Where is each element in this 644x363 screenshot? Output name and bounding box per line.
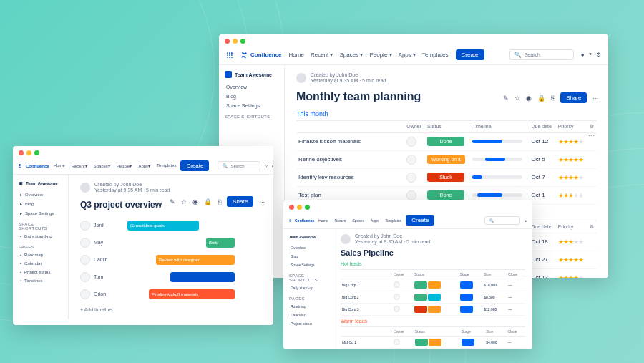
priority-cell[interactable]: ★★★★★ bbox=[556, 186, 587, 204]
status-pill[interactable]: Done bbox=[427, 137, 464, 146]
confluence-logo[interactable]: ⠿ Confluence bbox=[289, 218, 314, 223]
settings-icon[interactable]: ⚙ bbox=[596, 52, 601, 58]
status-chip[interactable] bbox=[414, 281, 427, 289]
nav-spaces[interactable]: Spaces ▾ bbox=[340, 52, 364, 58]
size-cell[interactable]: $12,000 bbox=[482, 303, 507, 315]
close-icon[interactable] bbox=[225, 39, 230, 44]
stage-chip[interactable] bbox=[460, 281, 473, 289]
watch-icon[interactable]: ◉ bbox=[192, 198, 198, 205]
table-row[interactable]: Mid Co 2 $2,500 — bbox=[341, 348, 525, 349]
owner-avatar[interactable] bbox=[394, 306, 400, 312]
col-status[interactable]: Status bbox=[425, 120, 470, 132]
size-cell[interactable]: $2,500 bbox=[484, 348, 506, 349]
table-row[interactable]: Big Corp 1 $10,000 — bbox=[341, 279, 525, 291]
close-cell[interactable]: — bbox=[507, 336, 525, 348]
search-input[interactable]: 🔍 Search bbox=[218, 161, 260, 170]
stage-chip[interactable] bbox=[460, 306, 473, 313]
sidebar-overview[interactable]: ▸ Overview bbox=[19, 190, 62, 199]
due-cell[interactable]: Oct 7 bbox=[530, 168, 556, 186]
timeline-bar[interactable] bbox=[472, 193, 522, 197]
more-icon[interactable]: ··· bbox=[259, 198, 265, 205]
author-avatar[interactable] bbox=[296, 73, 306, 83]
close-cell[interactable]: — bbox=[507, 279, 525, 291]
app-switcher-icon[interactable]: ⠿ bbox=[19, 163, 21, 168]
col-owner[interactable]: Owner bbox=[404, 120, 425, 132]
table-row[interactable]: Mid Co 1 $4,000 — bbox=[341, 336, 525, 348]
status-chip[interactable] bbox=[415, 339, 428, 346]
create-button[interactable]: Create bbox=[456, 49, 484, 60]
person-avatar[interactable] bbox=[80, 238, 90, 248]
edit-icon[interactable]: ✎ bbox=[503, 95, 509, 102]
owner-avatar[interactable] bbox=[406, 137, 416, 147]
minimize-icon[interactable] bbox=[233, 39, 238, 44]
status-pill[interactable]: Working on it bbox=[427, 155, 465, 164]
gantt-bar[interactable]: Consolidate goals bbox=[127, 221, 199, 231]
gantt-bar[interactable]: Finalize kickoff materials bbox=[149, 289, 235, 299]
link-icon[interactable]: ⎘ bbox=[551, 95, 555, 102]
timeline-bar[interactable] bbox=[472, 175, 522, 179]
minimize-icon[interactable] bbox=[26, 150, 31, 155]
maximize-icon[interactable] bbox=[240, 39, 245, 44]
person-avatar[interactable] bbox=[80, 221, 90, 231]
sidebar-blog[interactable]: ▸ Blog bbox=[19, 199, 62, 208]
close-cell[interactable]: — bbox=[507, 291, 525, 303]
col-priority[interactable]: Priority bbox=[556, 120, 587, 132]
col-due[interactable]: Due date bbox=[530, 120, 556, 132]
company-cell[interactable]: Mid Co 2 bbox=[341, 348, 392, 349]
status-pill[interactable]: Done bbox=[427, 190, 464, 200]
lock-icon[interactable]: 🔒 bbox=[537, 95, 545, 102]
nav-people[interactable]: People ▾ bbox=[369, 52, 391, 58]
priority-cell[interactable]: ★★★★★ bbox=[556, 168, 587, 186]
create-button[interactable]: Create bbox=[406, 215, 434, 226]
status-chip[interactable] bbox=[414, 306, 427, 313]
priority-cell[interactable]: ★★★★★ bbox=[556, 132, 587, 150]
avatar-icon[interactable]: ● bbox=[272, 164, 273, 168]
priority-cell[interactable]: ★★★★★ bbox=[556, 150, 587, 168]
author-avatar[interactable] bbox=[80, 183, 90, 193]
table-row[interactable]: Refine objectives Working on it Oct 5 ★★… bbox=[296, 150, 597, 168]
close-icon[interactable] bbox=[19, 150, 24, 155]
task-cell[interactable]: Finalize kickoff materials bbox=[296, 132, 404, 150]
section-more-icon[interactable]: ··· bbox=[588, 132, 595, 139]
sidebar-settings[interactable]: ▸ Space Settings bbox=[19, 208, 62, 218]
create-button[interactable]: Create bbox=[180, 160, 209, 171]
watch-icon[interactable]: ◉ bbox=[526, 95, 532, 102]
status-chip[interactable] bbox=[428, 281, 441, 289]
owner-avatar[interactable] bbox=[406, 190, 416, 200]
nav-home[interactable]: Home bbox=[289, 52, 304, 58]
search-input[interactable]: 🔍 Search bbox=[509, 49, 574, 60]
close-cell[interactable]: — bbox=[507, 348, 525, 349]
owner-avatar[interactable] bbox=[394, 281, 400, 288]
space-name[interactable]: Team Awesome bbox=[225, 71, 278, 78]
company-cell[interactable]: Big Corp 3 bbox=[341, 303, 392, 315]
sidebar-blog[interactable]: Blog bbox=[225, 92, 278, 101]
nav-apps[interactable]: Apps ▾ bbox=[399, 52, 416, 58]
task-cell[interactable]: Refine objectives bbox=[296, 150, 404, 168]
notification-icon[interactable]: ● bbox=[581, 52, 585, 58]
more-icon[interactable]: ··· bbox=[592, 95, 598, 102]
link-icon[interactable]: ⎘ bbox=[218, 198, 221, 205]
minimize-icon[interactable] bbox=[297, 205, 302, 210]
timeline-bar[interactable] bbox=[472, 158, 522, 161]
gantt-bar[interactable] bbox=[170, 272, 235, 282]
share-button[interactable]: Share bbox=[560, 92, 587, 103]
gantt-bar[interactable]: Build bbox=[206, 238, 235, 248]
owner-avatar[interactable] bbox=[406, 173, 416, 183]
close-cell[interactable]: — bbox=[507, 303, 525, 315]
edit-icon[interactable]: ✎ bbox=[170, 198, 175, 205]
table-row[interactable]: Identify key resources Stuck Oct 7 ★★★★★ bbox=[296, 168, 597, 186]
owner-avatar[interactable] bbox=[394, 294, 400, 300]
table-row[interactable]: Big Corp 3 $12,000 — bbox=[341, 303, 525, 315]
status-pill[interactable]: Stuck bbox=[427, 173, 464, 182]
due-cell[interactable]: Oct 1 bbox=[530, 186, 556, 204]
table-row[interactable]: Finalize kickoff materials Done Oct 12 ★… bbox=[296, 132, 597, 150]
star-icon[interactable]: ☆ bbox=[514, 95, 520, 102]
sidebar-overview[interactable]: Overview bbox=[225, 82, 278, 92]
help-icon[interactable]: ? bbox=[589, 52, 592, 58]
status-chip[interactable] bbox=[429, 339, 441, 346]
due-cell[interactable]: Oct 12 bbox=[530, 132, 556, 150]
stage-chip[interactable] bbox=[460, 294, 473, 301]
size-cell[interactable]: $8,500 bbox=[482, 291, 507, 303]
sidebar-settings[interactable]: Space Settings bbox=[225, 101, 278, 110]
gantt-bar[interactable]: Review with designer bbox=[156, 255, 235, 265]
